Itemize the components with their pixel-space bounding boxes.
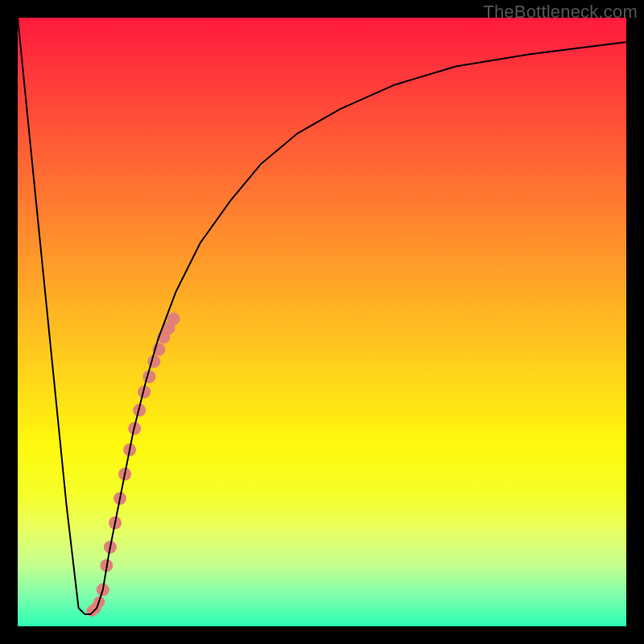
marker-dot: [167, 312, 180, 325]
marker-dot: [147, 355, 160, 368]
plot-area: [18, 18, 626, 626]
chart-svg: [18, 18, 626, 626]
chart-frame: TheBottleneck.com: [0, 0, 644, 644]
